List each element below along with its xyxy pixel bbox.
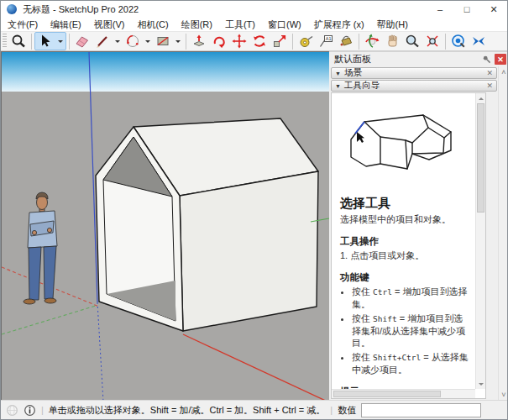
section-close-icon[interactable]: ✕	[486, 82, 493, 90]
pan-button[interactable]	[382, 32, 402, 50]
rectangle-tool-dropdown[interactable]	[173, 32, 183, 50]
menu-camera[interactable]: 相机(C)	[137, 18, 168, 31]
modifier-list: 按住 Ctrl = 增加项目到选择集。 按住 Shift = 增加项目到选择集和…	[352, 286, 469, 376]
tape-measure-icon	[297, 33, 314, 50]
push-pull-icon	[191, 33, 207, 50]
sketchup-window: 无标题 - SketchUp Pro 2022 – □ ✕ 文件(F) 编辑(E…	[0, 0, 508, 420]
titlebar: 无标题 - SketchUp Pro 2022 – □ ✕	[1, 1, 507, 18]
model-viewport[interactable]	[1, 51, 329, 402]
extension-blue-x-icon	[470, 33, 487, 50]
section-close-icon[interactable]: ✕	[486, 70, 493, 77]
zoom-extents-button[interactable]	[422, 32, 443, 50]
rectangle-tool-button[interactable]	[153, 32, 173, 50]
tray-section-instructor[interactable]: ▼ 工具向导 ✕	[331, 80, 497, 92]
move-icon	[231, 33, 248, 50]
rotate-icon	[251, 33, 268, 50]
menu-help[interactable]: 帮助(H)	[377, 18, 408, 31]
menu-view[interactable]: 视图(V)	[94, 18, 125, 31]
scrollbar-thumb[interactable]	[477, 103, 484, 213]
zoom-magnifier-icon	[404, 33, 421, 50]
arc-tool-group	[123, 32, 153, 50]
move-button[interactable]	[229, 32, 249, 50]
geolocation-icon[interactable]	[6, 404, 18, 417]
toolbar-grip[interactable]	[3, 34, 7, 49]
instructor-vertical-scrollbar[interactable]	[475, 93, 485, 389]
rotate-button[interactable]	[249, 32, 270, 50]
instructor-subtitle: 选择模型中的项目和对象。	[340, 213, 469, 226]
menu-window[interactable]: 窗口(W)	[268, 18, 301, 31]
chevron-up-icon[interactable]: ˄	[499, 69, 508, 76]
text-tool-button[interactable]: A1	[316, 32, 336, 50]
menu-edit[interactable]: 编辑(E)	[50, 18, 81, 31]
extension-x-button[interactable]	[469, 32, 489, 50]
scrollbar-thumb[interactable]	[333, 391, 441, 397]
toolbar-separator	[445, 34, 446, 50]
orbit-icon	[364, 33, 380, 50]
pan-hand-icon	[384, 33, 401, 50]
toolbar-separator	[186, 34, 186, 50]
triangle-arrow-icon: ▼	[335, 71, 341, 76]
arc-tool-button[interactable]	[123, 32, 143, 50]
follow-me-button[interactable]	[209, 32, 229, 50]
menu-extensions[interactable]: 扩展程序 (x)	[314, 18, 364, 31]
main-area: 默认面板 ✕ ▼ 场景 ✕ ▼ 工具向导 ✕	[1, 51, 508, 402]
toolbar-separator	[359, 34, 359, 50]
tray-section-scenes[interactable]: ▼ 场景 ✕	[331, 67, 497, 79]
push-pull-button[interactable]	[189, 32, 209, 50]
text-label-icon: A1	[317, 33, 334, 50]
zoom-button[interactable]	[402, 32, 422, 50]
status-hint: 单击或拖动以选择对象。Shift = 加/减。Ctrl = 加。Shift + …	[49, 404, 325, 417]
pencil-icon	[94, 33, 111, 50]
chevron-down-icon	[58, 40, 63, 45]
toolbar-separator	[69, 34, 70, 50]
section-label-scenes: 场景	[344, 67, 362, 79]
instructor-panel: 选择工具 选择模型中的项目和对象。 工具操作 1. 点击项目或对象。 功能键 按…	[331, 92, 486, 399]
orbit-button[interactable]	[362, 32, 382, 50]
arc-tool-dropdown[interactable]	[143, 32, 153, 50]
eraser-tool-button[interactable]	[72, 32, 92, 50]
line-tool-group	[92, 32, 123, 50]
menu-file[interactable]: 文件(F)	[8, 18, 38, 31]
select-arrow-icon	[37, 33, 54, 50]
tray-close-button[interactable]: ✕	[495, 54, 506, 65]
measurement-input[interactable]	[361, 403, 481, 417]
measurement-label: 数值	[338, 404, 356, 417]
instructor-content: 选择工具 选择模型中的项目和对象。 工具操作 1. 点击项目或对象。 功能键 按…	[332, 93, 475, 389]
arc-protractor-icon	[124, 33, 141, 50]
instructor-title: 选择工具	[340, 196, 469, 212]
paint-bucket-button[interactable]	[336, 32, 356, 50]
instructor-horizontal-scrollbar[interactable]	[332, 389, 475, 398]
menu-tools[interactable]: 工具(T)	[225, 18, 255, 31]
pin-icon[interactable]	[482, 55, 492, 65]
sky	[2, 52, 329, 92]
line-tool-dropdown[interactable]	[113, 32, 123, 50]
model-canvas	[2, 52, 329, 402]
modifier-item: 按住 Shift = 增加项目到选择集和/或从选择集中减少项目。	[352, 312, 469, 350]
help-info-icon[interactable]	[24, 404, 36, 417]
instructor-house-illustration	[342, 110, 468, 187]
tape-measure-button[interactable]	[296, 32, 316, 50]
extension-blue-round-icon	[450, 33, 467, 50]
operation-step: 1. 点击项目或对象。	[340, 249, 469, 262]
minimize-button[interactable]: –	[427, 1, 453, 18]
toolbar-separator	[31, 34, 32, 50]
scroll-up-arrow-icon[interactable]	[476, 93, 485, 102]
line-tool-button[interactable]	[92, 32, 113, 50]
select-tool-button[interactable]	[35, 32, 55, 50]
zoom-window-button[interactable]	[8, 32, 29, 50]
extension-round-button[interactable]	[448, 32, 469, 50]
close-button[interactable]: ✕	[480, 1, 507, 18]
statusbar-separator: |	[41, 405, 44, 415]
scroll-down-arrow-icon[interactable]	[476, 380, 485, 389]
chevron-down-icon	[115, 40, 120, 45]
window-title: 无标题 - SketchUp Pro 2022	[23, 3, 139, 16]
chevron-down-icon[interactable]: ˅	[499, 391, 508, 399]
menu-bar: 文件(F) 编辑(E) 视图(V) 相机(C) 绘图(R) 工具(T) 窗口(W…	[1, 18, 507, 31]
maximize-button[interactable]: □	[453, 1, 480, 18]
scale-button[interactable]	[270, 32, 290, 50]
select-tool-dropdown[interactable]	[55, 32, 65, 50]
status-bar: | 单击或拖动以选择对象。Shift = 加/减。Ctrl = 加。Shift …	[1, 400, 508, 419]
default-tray: 默认面板 ✕ ▼ 场景 ✕ ▼ 工具向导 ✕	[329, 51, 508, 402]
menu-draw[interactable]: 绘图(R)	[181, 18, 212, 31]
tray-scrollbar[interactable]: ˄ ˅	[498, 66, 508, 402]
